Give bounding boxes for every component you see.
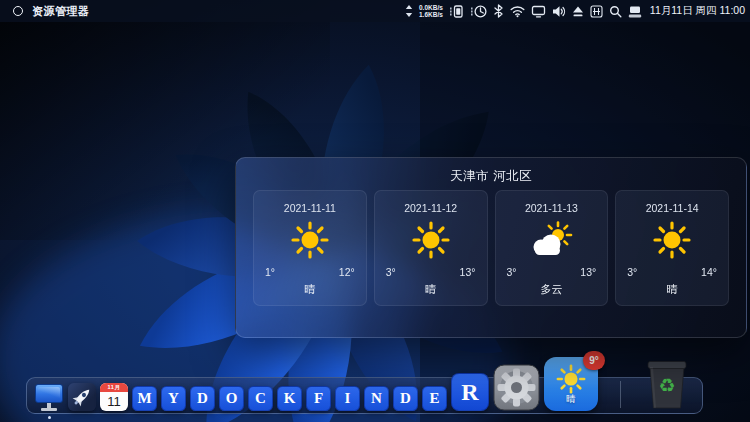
wifi-icon[interactable] bbox=[510, 5, 525, 18]
dock-letter-n[interactable]: N bbox=[364, 386, 389, 411]
calendar-icon[interactable]: 11月 11 bbox=[100, 383, 128, 411]
partly-cloudy-icon bbox=[496, 214, 608, 266]
calendar-month: 11月 bbox=[100, 383, 128, 392]
finder-monitor-icon[interactable] bbox=[34, 384, 64, 411]
network-speed-readout: 0.0KB/s 1.6KB/s bbox=[419, 4, 443, 19]
dock-letter-i[interactable]: I bbox=[335, 386, 360, 411]
recycle-bin-icon[interactable]: ♻ bbox=[644, 359, 690, 409]
network-updown-icon[interactable] bbox=[405, 4, 413, 18]
high-temp: 13° bbox=[580, 266, 596, 278]
dock-items: 11月 11 M Y D O C K F I N D E R bbox=[34, 357, 598, 411]
forecast-card: 2021-11-11 1° 12° 晴 bbox=[253, 190, 367, 306]
dock-letter-o[interactable]: O bbox=[219, 386, 244, 411]
menu-bar: 资源管理器 0.0KB/s 1.6KB/s bbox=[0, 0, 750, 22]
dock-letter-m[interactable]: M bbox=[132, 386, 157, 411]
high-temp: 12° bbox=[339, 266, 355, 278]
search-icon[interactable] bbox=[609, 5, 622, 18]
weather-app-icon[interactable]: 晴 9° bbox=[544, 357, 598, 411]
sunny-icon bbox=[375, 214, 487, 266]
download-speed: 1.6KB/s bbox=[419, 11, 443, 19]
upload-speed: 0.0KB/s bbox=[419, 4, 443, 12]
low-temp: 3° bbox=[386, 266, 396, 278]
temperature-badge: 9° bbox=[583, 351, 605, 370]
calendar-day: 11 bbox=[100, 392, 128, 411]
memory-usage-icon[interactable] bbox=[449, 4, 464, 19]
forecast-condition: 晴 bbox=[616, 282, 728, 297]
active-app-title[interactable]: 资源管理器 bbox=[32, 4, 90, 19]
dock-letter-d[interactable]: D bbox=[190, 386, 215, 411]
weather-forecast-row: 2021-11-11 1° 12° 晴 2021-11-12 bbox=[253, 190, 729, 306]
high-temp: 14° bbox=[701, 266, 717, 278]
forecast-condition: 晴 bbox=[254, 282, 366, 297]
desktop: 资源管理器 0.0KB/s 1.6KB/s bbox=[0, 0, 750, 422]
monitor-base bbox=[41, 408, 57, 411]
sunny-icon bbox=[254, 214, 366, 266]
monitor-screen bbox=[35, 384, 63, 403]
bluetooth-icon[interactable] bbox=[493, 4, 504, 18]
running-indicator-dot bbox=[48, 416, 51, 419]
high-temp: 13° bbox=[460, 266, 476, 278]
launchpad-rocket-icon[interactable] bbox=[68, 383, 96, 411]
input-method-icon[interactable] bbox=[590, 5, 603, 18]
forecast-date: 2021-11-13 bbox=[496, 202, 608, 214]
recycle-symbol: ♻ bbox=[644, 374, 690, 396]
settings-gear-icon[interactable] bbox=[493, 364, 540, 411]
weather-location: 天津市 河北区 bbox=[236, 168, 746, 185]
low-temp: 1° bbox=[265, 266, 275, 278]
dock-r-app-icon[interactable]: R bbox=[451, 373, 489, 411]
low-temp: 3° bbox=[507, 266, 517, 278]
dock-letter-d2[interactable]: D bbox=[393, 386, 418, 411]
cpu-usage-icon[interactable] bbox=[470, 4, 487, 19]
forecast-date: 2021-11-12 bbox=[375, 202, 487, 214]
dock-letter-f[interactable]: F bbox=[306, 386, 331, 411]
forecast-date: 2021-11-11 bbox=[254, 202, 366, 214]
dock-letter-e[interactable]: E bbox=[422, 386, 447, 411]
menu-clock[interactable]: 11月11日 周四 11:00 bbox=[648, 4, 745, 18]
dock-separator bbox=[620, 381, 621, 408]
weather-panel: 天津市 河北区 2021-11-11 1° 12° 晴 bbox=[235, 157, 747, 338]
forecast-condition: 晴 bbox=[375, 282, 487, 297]
forecast-date: 2021-11-14 bbox=[616, 202, 728, 214]
window-switcher-icon[interactable] bbox=[628, 5, 642, 18]
weather-tile-condition: 晴 bbox=[566, 393, 576, 406]
volume-icon[interactable] bbox=[552, 5, 566, 18]
dock-letter-y[interactable]: Y bbox=[161, 386, 186, 411]
forecast-card: 2021-11-13 3° 13° 多 bbox=[495, 190, 609, 306]
menu-logo-icon[interactable] bbox=[13, 6, 23, 16]
low-temp: 3° bbox=[627, 266, 637, 278]
forecast-card: 2021-11-14 3° 14° 晴 bbox=[615, 190, 729, 306]
forecast-card: 2021-11-12 3° 13° 晴 bbox=[374, 190, 488, 306]
dock-letter-k[interactable]: K bbox=[277, 386, 302, 411]
forecast-condition: 多云 bbox=[496, 282, 608, 297]
sunny-icon bbox=[616, 214, 728, 266]
display-icon[interactable] bbox=[531, 5, 546, 18]
eject-icon[interactable] bbox=[572, 5, 584, 18]
dock-letter-c[interactable]: C bbox=[248, 386, 273, 411]
